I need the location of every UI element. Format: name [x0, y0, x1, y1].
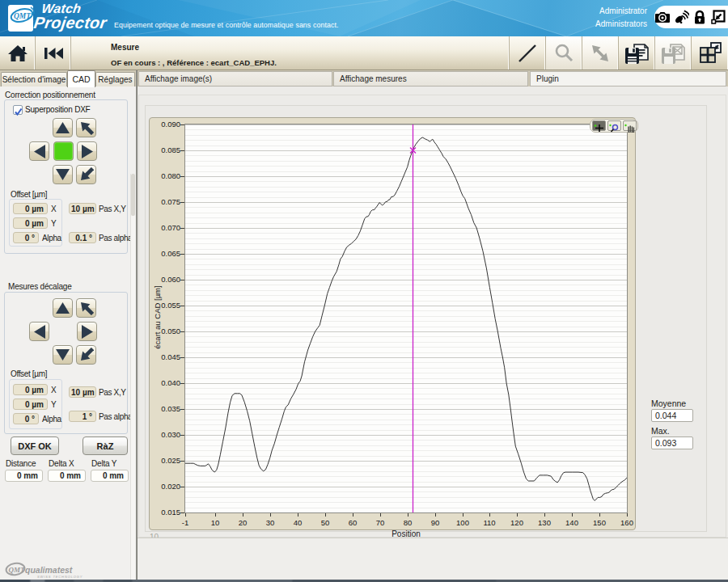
group1-pas-xy-field[interactable]: 10 µm: [69, 203, 96, 214]
group2-offset-alpha-field[interactable]: 0 °: [13, 413, 39, 424]
pad1-left-button[interactable]: [29, 141, 49, 161]
group2-pas-alpha-field[interactable]: 1 °: [69, 411, 96, 422]
pad2-down-button[interactable]: [53, 345, 73, 365]
x-tick-label: 150: [587, 518, 612, 527]
x-tick: [380, 513, 381, 517]
x-tick: [298, 513, 298, 517]
arrow-upleft-icon: [79, 301, 94, 315]
group1-offset-x-field[interactable]: 0 µm: [13, 203, 48, 214]
pad1-downleft-button[interactable]: [76, 165, 96, 184]
lock-icon[interactable]: [692, 9, 709, 25]
group1-offset-title: Offset [µm]: [11, 190, 47, 199]
checkmark-icon: [14, 108, 23, 117]
tab-affichage-images[interactable]: Affichage image(s): [138, 71, 332, 86]
svg-text:QMT: QMT: [14, 12, 32, 20]
toolbar: Mesure OF en cours : , Référence : ecart…: [0, 36, 728, 70]
y-tick: [180, 487, 184, 487]
rewind-button[interactable]: [36, 36, 71, 70]
tab-reglages[interactable]: Réglages: [95, 72, 135, 86]
x-tick-label: 160: [615, 518, 639, 527]
resize-button[interactable]: [582, 36, 619, 70]
pad1-up-button[interactable]: [53, 118, 73, 137]
footer-logo-text: qualimatest: [25, 565, 73, 575]
x-tick-label: 60: [341, 518, 365, 527]
pad2-left-button[interactable]: [29, 322, 49, 341]
group2-pas-xy-field[interactable]: 10 µm: [69, 386, 96, 398]
x-tick-label: 20: [231, 518, 255, 527]
tab-selection-image[interactable]: Sélection d'image: [1, 72, 67, 86]
group2-offset-x-field[interactable]: 0 µm: [13, 384, 48, 395]
y-tick-label: 0.080: [153, 171, 180, 180]
pad1-down-button[interactable]: [53, 165, 73, 184]
group1-offset-y-field[interactable]: 0 µm: [13, 217, 48, 229]
tab-plugin-label: Plugin: [536, 74, 559, 83]
pad2-up-button[interactable]: [53, 298, 73, 318]
delta-y-field[interactable]: 0 mm: [91, 470, 129, 482]
line-tool-button[interactable]: [510, 36, 546, 70]
chart-plot-area[interactable]: [184, 124, 628, 513]
group1-offset-alpha-label: Alpha: [42, 234, 61, 242]
arrow-up-icon: [55, 121, 70, 134]
export-grid-button[interactable]: [692, 36, 728, 70]
tab-cad[interactable]: CAD: [67, 70, 95, 87]
distance-field[interactable]: 0 mm: [5, 470, 43, 482]
arrow-right-icon: [81, 144, 94, 159]
max-field[interactable]: 0.093: [651, 436, 693, 449]
qualimatest-logo: QMT qualimatest SWISS TECHNOLOGY: [4, 560, 133, 580]
save-report-icon: [623, 40, 650, 67]
group1-offset-alpha-field[interactable]: 0 °: [13, 232, 39, 243]
resize-arrows-icon: [589, 42, 612, 65]
home-button[interactable]: [0, 36, 36, 70]
superposition-dxf-checkbox[interactable]: [13, 105, 23, 115]
zoom-tool-button[interactable]: [607, 120, 621, 131]
x-tick-label: 120: [505, 518, 529, 527]
tab-plugin[interactable]: Plugin: [530, 71, 726, 86]
pad2-upleft-button[interactable]: [76, 298, 96, 318]
y-tick: [180, 280, 184, 280]
pad2-right-button[interactable]: [77, 322, 97, 341]
x-tick-label: 10: [203, 518, 227, 527]
y-tick-label: 0.020: [153, 482, 180, 491]
y-tick-label: 0.065: [153, 249, 180, 258]
measure-reference: OF en cours : , Référence : ecart_CAD_EP…: [111, 58, 277, 67]
dxf-ok-button[interactable]: DXF OK: [11, 436, 59, 455]
measure-title-cell: Mesure OF en cours : , Référence : ecart…: [71, 36, 510, 70]
exit-window-icon[interactable]: [709, 9, 726, 25]
y-tick-label: 0.025: [153, 456, 180, 465]
pad2-downleft-button[interactable]: [76, 345, 96, 365]
tab-affichage-mesures[interactable]: Affichage mesures: [333, 71, 528, 86]
x-tick-label: -1: [173, 518, 197, 527]
group2-offset-y-label: Y: [51, 400, 56, 409]
group1-pas-alpha-field[interactable]: 0.1 °: [69, 232, 96, 243]
pad1-upleft-button[interactable]: [76, 118, 96, 137]
x-tick-label: 70: [368, 518, 392, 527]
x-tick-label: 80: [396, 518, 420, 527]
arrow-left-icon: [33, 324, 46, 340]
y-tick: [180, 228, 184, 229]
mean-field[interactable]: 0.044: [651, 409, 693, 422]
y-tick: [180, 124, 184, 125]
delta-x-field[interactable]: 0 mm: [48, 470, 86, 482]
status-icon-tray: [654, 6, 728, 28]
group2-pas-xy-label: Pas X,Y: [99, 388, 126, 397]
search-button[interactable]: [546, 36, 582, 70]
arrow-upleft-icon: [79, 120, 94, 135]
arrow-right-icon: [81, 324, 94, 340]
cursor-move-tool-button[interactable]: [592, 120, 606, 131]
y-tick: [180, 306, 184, 306]
pan-tool-button[interactable]: [623, 120, 637, 131]
group2-offset-x-label: X: [51, 386, 56, 394]
raz-button[interactable]: RàZ: [83, 436, 128, 455]
header-pattern: [0, 0, 728, 36]
pad1-right-button[interactable]: [77, 141, 97, 161]
satellite-icon[interactable]: [673, 9, 690, 25]
save-image-button[interactable]: [655, 36, 692, 70]
group2-offset-y-field[interactable]: 0 µm: [13, 399, 48, 410]
user-name: Administrator: [599, 6, 647, 15]
sidebar-scrollbar-thumb[interactable]: [131, 174, 135, 216]
sidebar-scrollbar[interactable]: [130, 174, 135, 582]
arrow-up-icon: [55, 302, 70, 314]
camera-icon[interactable]: [654, 9, 671, 25]
save-report-button[interactable]: [619, 36, 655, 70]
pad1-center-button[interactable]: [53, 141, 74, 161]
